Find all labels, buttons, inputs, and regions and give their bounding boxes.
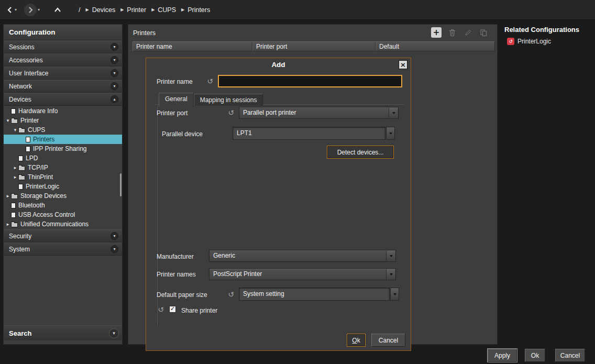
breadcrumb-item-printer[interactable]: ▶ Printer <box>120 6 146 14</box>
ok-button[interactable]: Ok <box>525 349 545 362</box>
chevron-down-icon[interactable]: ▾ <box>111 232 118 240</box>
tree-item-label: Printers <box>33 136 54 143</box>
tree-item-printers[interactable]: Printers <box>4 135 122 144</box>
related-item-printerlogic[interactable]: ↺ PrinterLogic <box>507 38 551 45</box>
column-header-printer-name[interactable]: Printer name <box>133 41 252 51</box>
column-header-default[interactable]: Default <box>376 41 495 51</box>
chevron-down-icon[interactable]: ▾ <box>111 43 118 51</box>
tree-item-storage-devices[interactable]: ▸ Storage Devices <box>4 191 122 201</box>
sidebar-section-user-interface[interactable]: User Interface ▾ <box>4 67 122 80</box>
tree-item-ipp-printer-sharing[interactable]: IPP Printer Sharing <box>4 144 122 153</box>
dialog-close-button[interactable]: × <box>399 60 407 69</box>
expander-closed-icon[interactable]: ▸ <box>12 165 18 170</box>
sidebar-section-sessions[interactable]: Sessions ▾ <box>4 40 122 53</box>
tree-item-lpd[interactable]: LPD <box>4 153 122 163</box>
folder-icon <box>11 194 18 199</box>
expander-closed-icon[interactable]: ▸ <box>12 174 18 180</box>
back-button[interactable]: ▾ <box>6 6 17 14</box>
tree-item-label: Bluetooth <box>18 202 45 209</box>
reset-icon[interactable]: ↺ <box>227 290 235 299</box>
sidebar-section-accessories[interactable]: Accessories ▾ <box>4 53 122 67</box>
detect-devices-label: Detect devices... <box>337 149 384 156</box>
up-button[interactable] <box>53 6 62 14</box>
sidebar-bottom-pad <box>4 340 122 344</box>
tree-item-printerlogic[interactable]: PrinterLogic <box>4 182 122 191</box>
tree-item-usb-access-control[interactable]: USB Access Control <box>4 210 122 219</box>
apply-button[interactable]: Apply <box>488 349 517 362</box>
forward-history-caret-icon[interactable]: ▾ <box>38 7 40 12</box>
section-label: Devices <box>9 96 31 103</box>
file-icon <box>18 184 23 190</box>
sidebar-section-network[interactable]: Network ▾ <box>4 80 122 93</box>
delete-printer-button[interactable] <box>447 27 457 38</box>
tree-item-cups[interactable]: ▾ CUPS <box>4 125 122 135</box>
manufacturer-dropdown[interactable]: Generic <box>209 250 396 262</box>
sidebar-section-security[interactable]: Security ▾ <box>4 229 122 242</box>
expander-closed-icon[interactable]: ▸ <box>5 222 11 227</box>
dialog-cancel-button[interactable]: Cancel <box>371 334 405 347</box>
tree-item-hardware-info[interactable]: Hardware Info <box>4 106 122 116</box>
detect-devices-button[interactable]: Detect devices... <box>327 146 394 159</box>
file-icon <box>18 156 23 161</box>
tree-item-label: Storage Devices <box>20 192 67 200</box>
tree-item-bluetooth[interactable]: Bluetooth <box>4 201 122 210</box>
parallel-device-input[interactable]: LPT1 <box>233 127 385 140</box>
reset-icon[interactable]: ↺ <box>157 305 165 314</box>
chevron-down-icon[interactable]: ▾ <box>111 56 118 64</box>
tree-item-label: TCP/IP <box>28 164 48 171</box>
copy-printer-button[interactable] <box>478 27 489 38</box>
tab-mapping-in-sessions[interactable]: Mapping in sessions <box>194 94 263 106</box>
ok-label: Ok <box>531 352 539 359</box>
expander-closed-icon[interactable]: ▸ <box>5 193 11 198</box>
sidebar-search[interactable]: Search ▾ <box>4 325 122 340</box>
parallel-device-dropdown-button[interactable] <box>386 127 395 140</box>
breadcrumb-item-devices[interactable]: ▶ Devices <box>86 6 116 14</box>
tree-item-thinprint[interactable]: ▸ ThinPrint <box>4 172 122 182</box>
column-header-printer-port[interactable]: Printer port <box>252 41 376 51</box>
breadcrumb-arrow-icon: ▶ <box>86 7 89 12</box>
expander-open-icon[interactable]: ▾ <box>12 127 18 133</box>
edit-printer-button[interactable] <box>462 27 473 38</box>
breadcrumb-item-cups[interactable]: ▶ CUPS <box>151 6 176 14</box>
reset-icon[interactable]: ↺ <box>206 77 214 85</box>
add-printer-dialog: Add × Printer name ↺ General Mapping in … <box>146 58 411 351</box>
tree-item-label: LPD <box>26 155 38 162</box>
dialog-tabs: General Mapping in sessions <box>159 93 263 106</box>
reset-icon[interactable]: ↺ <box>227 108 235 117</box>
dialog-ok-button[interactable]: Ok <box>347 334 366 347</box>
share-printer-checkbox[interactable]: ✓ <box>169 306 176 313</box>
sidebar-scrollbar[interactable] <box>120 173 122 196</box>
printer-port-dropdown[interactable]: Parallel port printer <box>239 107 399 119</box>
search-label: Search <box>9 329 31 337</box>
section-label: System <box>9 246 30 253</box>
chevron-down-icon[interactable]: ▾ <box>111 69 118 77</box>
printer-name-input[interactable] <box>218 75 402 87</box>
tab-general[interactable]: General <box>159 93 194 107</box>
printer-port-label: Printer port <box>157 109 188 117</box>
sidebar-section-devices[interactable]: Devices ▴ <box>4 93 122 106</box>
breadcrumb-root[interactable]: / <box>79 6 80 14</box>
dialog-title: Add <box>146 61 411 69</box>
tree-item-unified-communications[interactable]: ▸ Unified Communications <box>4 219 122 229</box>
forward-button[interactable]: ▾ <box>24 4 40 16</box>
cancel-button[interactable]: Cancel <box>555 349 585 362</box>
tree-item-tcpip[interactable]: ▸ TCP/IP <box>4 163 122 172</box>
chevron-up-icon[interactable]: ▴ <box>111 95 118 103</box>
printer-names-dropdown[interactable]: PostScript Printer <box>209 268 396 280</box>
default-paper-size-dropdown-button[interactable] <box>390 288 399 301</box>
expander-open-icon[interactable]: ▾ <box>5 118 11 123</box>
breadcrumb-item-printers[interactable]: ▶ Printers <box>181 6 210 14</box>
chevron-down-icon[interactable]: ▾ <box>111 82 118 90</box>
add-printer-button[interactable]: + <box>431 27 442 38</box>
chevron-down-icon[interactable]: ▾ <box>111 245 118 253</box>
printer-name-label: Printer name <box>157 78 193 85</box>
folder-icon <box>11 119 18 124</box>
back-history-caret-icon[interactable]: ▾ <box>15 7 17 12</box>
chevron-right-icon <box>27 6 34 14</box>
search-expand-icon[interactable]: ▾ <box>109 328 119 338</box>
sidebar-section-system[interactable]: System ▾ <box>4 242 122 256</box>
pencil-icon <box>464 29 472 37</box>
default-paper-size-input[interactable]: System setting <box>239 288 390 301</box>
close-icon: × <box>400 61 406 68</box>
tree-item-printer[interactable]: ▾ Printer <box>4 116 122 125</box>
